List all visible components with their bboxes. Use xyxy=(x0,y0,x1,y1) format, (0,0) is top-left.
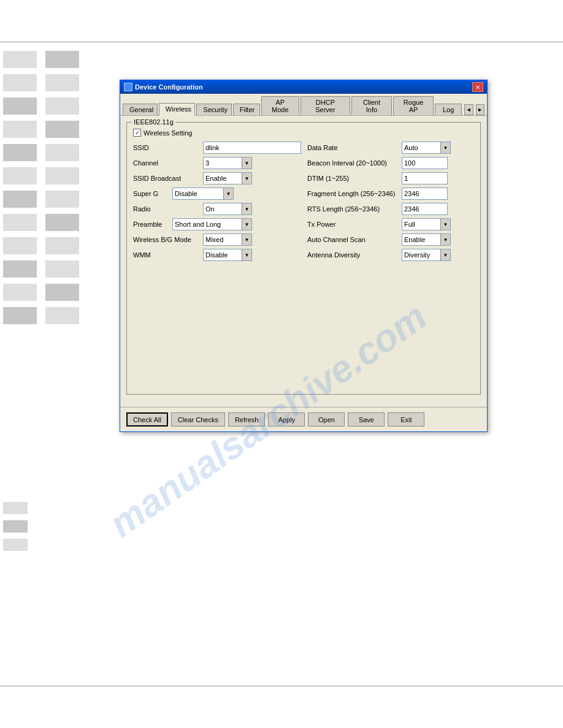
sidebar-block xyxy=(45,144,79,161)
sidebar-left xyxy=(0,0,98,728)
tab-dhcp-server[interactable]: DHCP Server xyxy=(301,96,350,115)
data-rate-select[interactable]: Auto xyxy=(402,142,451,154)
form-row-ssid: SSID xyxy=(133,142,301,154)
tx-power-label: Tx Power xyxy=(307,221,399,228)
sidebar-block xyxy=(45,237,79,254)
clear-checks-button[interactable]: Clear Checks xyxy=(171,412,225,427)
rts-length-input[interactable] xyxy=(402,203,448,215)
rts-length-label: RTS Length (256~2346) xyxy=(307,205,399,213)
wireless-setting-checkbox[interactable]: ✓ xyxy=(133,129,141,137)
apply-button[interactable]: Apply xyxy=(268,412,305,427)
form-row-radio: Radio On Off ▼ xyxy=(133,203,301,215)
sidebar-block xyxy=(3,502,28,514)
tab-ap-mode[interactable]: AP Mode xyxy=(261,96,299,115)
antenna-diversity-select[interactable]: Diversity Antenna A Antenna B xyxy=(402,249,451,261)
dialog-icon xyxy=(124,83,132,91)
beacon-interval-label: Beacon Interval (20~1000) xyxy=(307,159,399,167)
check-all-button[interactable]: Check All xyxy=(126,412,168,427)
dialog-titlebar: Device Configuration ✕ xyxy=(120,80,487,94)
wmm-label: WMM xyxy=(133,251,201,259)
dialog-content: IEEE802.11g ✓ Wireless Setting SSID xyxy=(120,116,487,407)
tab-general[interactable]: General xyxy=(123,104,158,115)
dialog-window: Device Configuration ✕ General Wireless … xyxy=(120,80,488,432)
sidebar-block xyxy=(3,74,37,91)
tab-client-info[interactable]: Client Info xyxy=(351,96,392,115)
form-row-preamble: Preamble Short and Long Short Long ▼ xyxy=(133,218,301,230)
beacon-interval-input[interactable] xyxy=(402,157,448,169)
tab-wireless[interactable]: Wireless xyxy=(159,103,196,116)
sidebar-block xyxy=(3,284,37,301)
form-row-beacon-interval: Beacon Interval (20~1000) xyxy=(307,157,474,169)
tx-power-select-wrapper: Full Half Quarter ▼ xyxy=(402,218,451,230)
dtim-input[interactable] xyxy=(402,172,448,184)
sidebar-block xyxy=(45,307,79,324)
dialog-buttons: Check All Clear Checks Refresh Apply Ope… xyxy=(120,407,487,431)
antenna-diversity-label: Antenna Diversity xyxy=(307,251,399,259)
form-row-antenna-diversity: Antenna Diversity Diversity Antenna A An… xyxy=(307,249,474,261)
channel-select-wrapper: 3 ▼ xyxy=(203,157,252,169)
ssid-broadcast-select[interactable]: Enable Disable xyxy=(203,172,252,184)
sidebar-block xyxy=(45,121,79,138)
preamble-label: Preamble xyxy=(133,221,170,228)
sidebar-block xyxy=(3,307,37,324)
super-g-select[interactable]: Disable Enable xyxy=(172,188,234,200)
sidebar-block xyxy=(45,51,79,68)
sidebar-block xyxy=(3,51,37,68)
tab-filter[interactable]: Filter xyxy=(233,104,260,115)
refresh-button[interactable]: Refresh xyxy=(228,412,266,427)
form-col-left: SSID Channel 3 ▼ xyxy=(133,142,301,264)
sidebar-block xyxy=(3,121,37,138)
channel-select[interactable]: 3 xyxy=(203,157,252,169)
sidebar-block xyxy=(3,539,28,551)
wmm-select-wrapper: Disable Enable ▼ xyxy=(203,249,252,261)
tab-nav-next[interactable]: ► xyxy=(476,104,484,115)
content-spacer xyxy=(133,264,474,387)
sidebar-block xyxy=(45,260,79,278)
preamble-select[interactable]: Short and Long Short Long xyxy=(172,218,252,230)
exit-button[interactable]: Exit xyxy=(388,412,424,427)
tab-security[interactable]: Security xyxy=(196,104,231,115)
close-button[interactable]: ✕ xyxy=(472,82,483,92)
fragment-length-label: Fragment Length (256~2346) xyxy=(307,190,399,197)
radio-select-wrapper: On Off ▼ xyxy=(203,203,252,215)
auto-channel-label: Auto Channel Scan xyxy=(307,236,399,243)
sidebar-block xyxy=(3,214,37,231)
bg-mode-select-wrapper: Mixed B Only G Only ▼ xyxy=(203,233,252,246)
wmm-select[interactable]: Disable Enable xyxy=(203,249,252,261)
open-button[interactable]: Open xyxy=(308,412,345,427)
sidebar-block xyxy=(3,144,37,161)
form-row-auto-channel: Auto Channel Scan Enable Disable ▼ xyxy=(307,233,474,246)
antenna-diversity-select-wrapper: Diversity Antenna A Antenna B ▼ xyxy=(402,249,451,261)
sidebar-block xyxy=(45,214,79,231)
sidebar-block xyxy=(3,97,37,115)
tab-nav-prev[interactable]: ◄ xyxy=(464,104,473,115)
form-row-channel: Channel 3 ▼ xyxy=(133,157,301,169)
fragment-length-input[interactable] xyxy=(402,188,448,200)
save-button[interactable]: Save xyxy=(348,412,385,427)
wireless-setting-label: Wireless Setting xyxy=(144,129,192,137)
tx-power-select[interactable]: Full Half Quarter xyxy=(402,218,451,230)
data-rate-label: Data Rate xyxy=(307,144,399,151)
super-g-label: Super G xyxy=(133,190,170,197)
bg-mode-label: Wireless B/G Mode xyxy=(133,236,201,243)
bg-mode-select[interactable]: Mixed B Only G Only xyxy=(203,233,252,246)
form-col-right: Data Rate Auto ▼ Beacon Interval (20~100… xyxy=(307,142,474,264)
sidebar-block xyxy=(45,191,79,208)
ssid-broadcast-label: SSID Broadcast xyxy=(133,175,201,182)
form-row-rts-length: RTS Length (256~2346) xyxy=(307,203,474,215)
sidebar-block xyxy=(3,520,28,533)
ssid-input[interactable] xyxy=(203,142,301,154)
tab-rogue-ap[interactable]: Rogue AP xyxy=(393,96,434,115)
form-row-bg-mode: Wireless B/G Mode Mixed B Only G Only ▼ xyxy=(133,233,301,246)
ssid-broadcast-select-wrapper: Enable Disable ▼ xyxy=(203,172,252,184)
data-rate-select-wrapper: Auto ▼ xyxy=(402,142,451,154)
sidebar-block xyxy=(3,237,37,254)
sidebar-block xyxy=(45,74,79,91)
tab-log[interactable]: Log xyxy=(435,104,462,115)
form-columns: SSID Channel 3 ▼ xyxy=(133,142,474,264)
auto-channel-select[interactable]: Enable Disable xyxy=(402,233,451,246)
form-row-dtim: DTIM (1~255) xyxy=(307,172,474,184)
radio-select[interactable]: On Off xyxy=(203,203,252,215)
radio-label: Radio xyxy=(133,205,201,213)
auto-channel-select-wrapper: Enable Disable ▼ xyxy=(402,233,451,246)
